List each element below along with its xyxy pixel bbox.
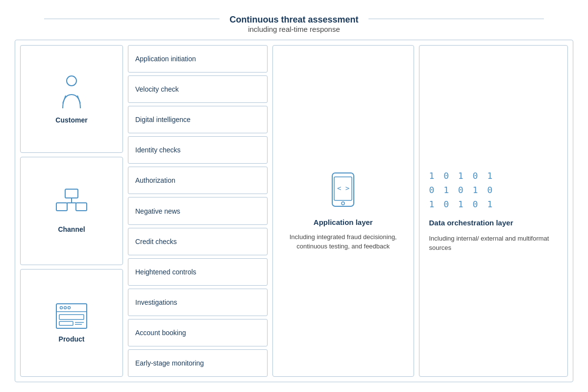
process-heightened-controls: Heightened controls — [128, 258, 268, 286]
svg-text:< >: < > — [337, 184, 349, 192]
customer-icon — [57, 74, 86, 113]
diagram-wrapper: Continuous threat assessment including r… — [15, 10, 573, 382]
svg-rect-1 — [65, 189, 78, 198]
process-negative-news: Negative news — [128, 197, 268, 224]
svg-rect-12 — [59, 315, 84, 319]
process-credit-checks: Credit checks — [128, 228, 268, 255]
top-banner: Continuous threat assessment including r… — [15, 10, 573, 37]
app-layer-icon: < > — [328, 171, 358, 212]
svg-rect-7 — [56, 304, 87, 328]
process-investigations: Investigations — [128, 289, 268, 316]
app-layer-title: Application layer — [314, 218, 373, 226]
data-layer-title: Data orchestration layer — [429, 218, 514, 228]
channel-box: Channel — [20, 157, 123, 265]
channel-label: Channel — [58, 225, 85, 233]
process-authorization: Authorization — [128, 167, 268, 194]
customer-label: Customer — [55, 116, 87, 124]
product-label: Product — [59, 335, 85, 343]
app-layer-column: < > Application layer Including integrat… — [272, 45, 414, 377]
data-layer-column: 1 0 1 0 1 0 1 0 1 0 1 0 1 0 1 Data orche… — [419, 45, 568, 377]
binary-row-1: 1 0 1 0 1 — [429, 169, 495, 183]
channel-icon — [54, 188, 89, 222]
product-icon — [54, 303, 89, 332]
svg-point-9 — [64, 306, 67, 309]
svg-rect-4 — [76, 203, 87, 211]
customer-box: Customer — [20, 45, 123, 153]
process-application-initiation: Application initiation — [128, 45, 268, 73]
main-content: Customer — [15, 40, 573, 382]
middle-column: Application initiation Velocity check Di… — [128, 45, 268, 377]
process-early-stage-monitoring: Early-stage monitoring — [128, 349, 268, 377]
process-velocity-check: Velocity check — [128, 75, 268, 103]
app-layer-desc: Including integrated fraud decisioning, … — [279, 232, 408, 251]
binary-row-2: 0 1 0 1 0 — [429, 183, 495, 197]
svg-rect-13 — [59, 321, 73, 325]
product-box: Product — [20, 269, 123, 377]
svg-rect-3 — [56, 203, 67, 211]
process-identity-checks: Identity checks — [128, 136, 268, 164]
banner-subtitle: including real-time response — [229, 25, 358, 33]
svg-point-10 — [68, 306, 71, 309]
binary-display: 1 0 1 0 1 0 1 0 1 0 1 0 1 0 1 — [429, 169, 495, 211]
process-account-booking: Account booking — [128, 319, 268, 346]
process-digital-intelligence: Digital intelligence — [128, 106, 268, 133]
svg-point-19 — [342, 202, 344, 205]
banner-title: Continuous threat assessment — [229, 15, 358, 25]
svg-point-8 — [60, 306, 63, 309]
binary-row-3: 1 0 1 0 1 — [429, 197, 495, 212]
data-layer-desc: Including internal/ external and multifo… — [429, 234, 558, 253]
svg-point-0 — [67, 76, 76, 86]
left-column: Customer — [20, 45, 123, 377]
